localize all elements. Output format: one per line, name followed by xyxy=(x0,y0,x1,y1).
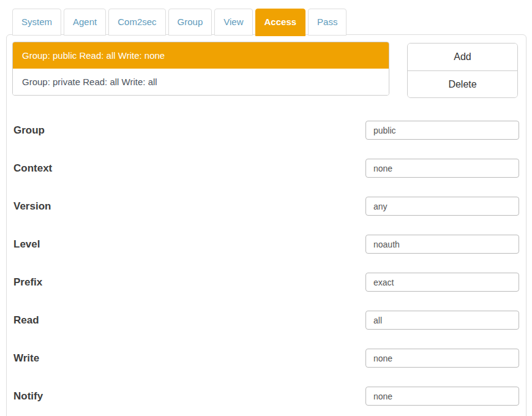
tab-label: Com2sec xyxy=(118,17,156,27)
field-input-read[interactable] xyxy=(365,311,519,330)
form-row: Read xyxy=(13,311,519,330)
access-entry-text: Group: public Read: all Write: none xyxy=(22,50,165,61)
tab-group[interactable]: Group xyxy=(168,9,212,36)
form-row: Group xyxy=(13,121,519,140)
access-entry-list: Group: public Read: all Write: none Grou… xyxy=(12,42,389,96)
form-row: Version xyxy=(13,197,519,216)
form-row: Context xyxy=(13,159,519,178)
form-row: Notify xyxy=(13,387,519,406)
tab-label: View xyxy=(223,17,243,27)
field-input-notify[interactable] xyxy=(365,387,519,406)
field-input-prefix[interactable] xyxy=(365,273,519,292)
tab-agent[interactable]: Agent xyxy=(64,9,106,36)
field-label: Read xyxy=(13,314,39,326)
field-label: Level xyxy=(13,238,40,250)
field-input-context[interactable] xyxy=(365,159,519,178)
tab-label: Group xyxy=(178,17,203,27)
access-entry-item[interactable]: Group: private Read: all Write: all xyxy=(13,69,389,95)
tab-bar: System Agent Com2sec Group View Access P… xyxy=(12,9,347,36)
field-label: Context xyxy=(13,162,52,174)
delete-button[interactable]: Delete xyxy=(408,70,517,97)
field-label: Group xyxy=(13,124,45,136)
field-label: Version xyxy=(13,200,51,212)
field-label: Notify xyxy=(13,390,43,402)
add-button[interactable]: Add xyxy=(408,43,517,70)
field-label: Prefix xyxy=(13,276,42,288)
tab-system[interactable]: System xyxy=(12,9,61,36)
tab-label: Agent xyxy=(73,17,97,27)
form-row: Level xyxy=(13,235,519,254)
field-input-group[interactable] xyxy=(365,121,519,140)
access-entry-text: Group: private Read: all Write: all xyxy=(22,77,157,87)
field-input-write[interactable] xyxy=(365,349,519,368)
form-row: Write xyxy=(13,349,519,368)
field-input-version[interactable] xyxy=(365,197,519,216)
form-row: Prefix xyxy=(13,273,519,292)
tab-view[interactable]: View xyxy=(214,9,252,36)
tab-label: Pass xyxy=(317,17,337,27)
tab-access[interactable]: Access xyxy=(255,9,306,36)
access-entry-item[interactable]: Group: public Read: all Write: none xyxy=(13,42,389,69)
tab-label: System xyxy=(21,17,52,27)
tab-com2sec[interactable]: Com2sec xyxy=(108,9,165,36)
tab-pass[interactable]: Pass xyxy=(308,9,347,36)
list-actions: Add Delete xyxy=(407,43,518,98)
field-input-level[interactable] xyxy=(365,235,519,254)
field-label: Write xyxy=(13,352,39,364)
tab-label: Access xyxy=(264,17,297,27)
